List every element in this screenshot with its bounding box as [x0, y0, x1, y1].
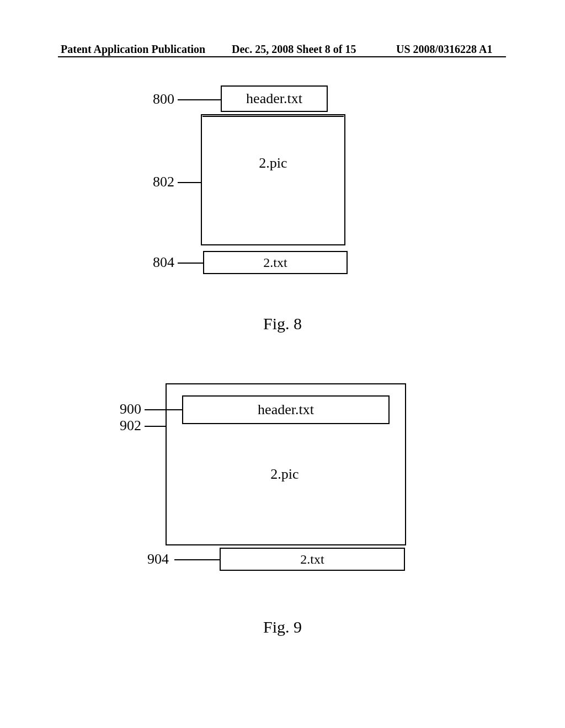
header-center: Dec. 25, 2008 Sheet 8 of 15	[232, 43, 356, 56]
figure-9: header.txt 2.pic 2.txt 900 902 904	[0, 383, 565, 604]
fig8-header-box: header.txt	[221, 85, 328, 112]
fig8-ref-804: 804	[153, 254, 174, 271]
fig9-header-text: header.txt	[258, 402, 314, 418]
fig9-pic-text: 2.pic	[166, 466, 404, 483]
header-right: US 2008/0316228 A1	[396, 43, 492, 56]
figure-8: header.txt 2.pic 2.txt 800 802 804	[0, 85, 565, 323]
fig8-lead-802	[178, 182, 201, 183]
fig8-txt-text: 2.txt	[263, 255, 287, 270]
fig8-caption: Fig. 8	[0, 314, 565, 333]
fig9-ref-900: 900	[120, 401, 141, 417]
fig8-ref-800: 800	[153, 91, 174, 108]
fig8-header-text: header.txt	[246, 90, 302, 107]
fig9-lead-902	[145, 426, 166, 427]
fig9-txt-box: 2.txt	[220, 548, 405, 571]
fig9-lead-904	[174, 559, 220, 560]
fig9-txt-text: 2.txt	[300, 552, 324, 567]
fig8-pic-box: 2.pic	[201, 114, 345, 245]
fig8-lead-804	[178, 263, 203, 264]
header-left: Patent Application Publication	[61, 43, 205, 56]
fig9-lead-900	[145, 409, 182, 410]
fig8-txt-box: 2.txt	[203, 251, 348, 274]
fig8-pic-text: 2.pic	[259, 155, 287, 172]
fig8-ref-802: 802	[153, 174, 174, 190]
fig9-ref-902: 902	[120, 417, 141, 434]
fig8-lead-800	[178, 99, 221, 100]
fig8-pic-inner-edge	[202, 116, 344, 117]
fig9-caption: Fig. 9	[0, 618, 565, 636]
fig9-ref-904: 904	[147, 551, 169, 568]
header-rule	[58, 56, 506, 57]
fig9-header-box: header.txt	[182, 395, 390, 424]
